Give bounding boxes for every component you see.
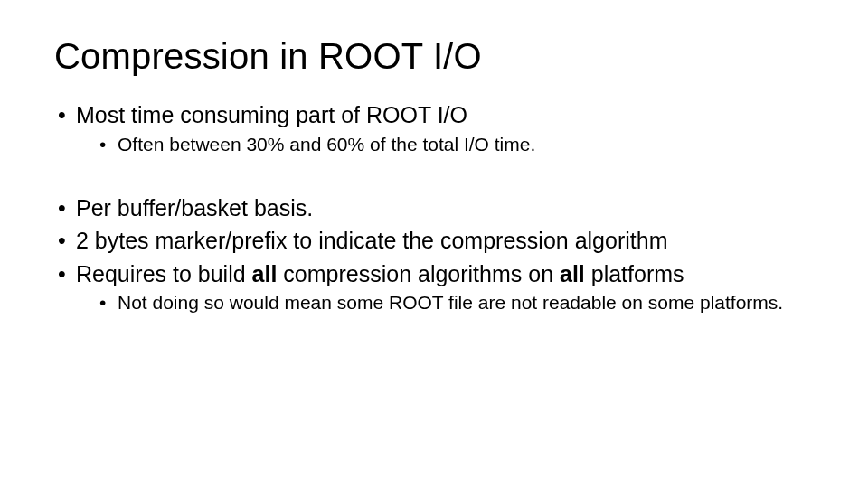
spacer <box>54 161 814 193</box>
bullet-item: Requires to build all compression algori… <box>54 259 814 316</box>
bullet-text: compression algorithms on <box>277 261 560 286</box>
sub-bullet-item: Often between 30% and 60% of the total I… <box>99 132 814 157</box>
slide: Compression in ROOT I/O Most time consum… <box>0 0 868 488</box>
bullet-text: platforms <box>585 261 684 286</box>
bullet-list: Per buffer/basket basis. 2 bytes marker/… <box>54 193 814 316</box>
bold-text: all <box>252 261 278 286</box>
bold-text: all <box>560 261 585 286</box>
bullet-text: 2 bytes marker/prefix to indicate the co… <box>76 228 667 253</box>
bullet-text: Per buffer/basket basis. <box>76 195 313 221</box>
slide-title: Compression in ROOT I/O <box>54 36 814 77</box>
bullet-item: Per buffer/basket basis. <box>54 193 814 223</box>
bullet-text: Most time consuming part of ROOT I/O <box>76 102 467 127</box>
sub-bullet-list: Often between 30% and 60% of the total I… <box>99 132 814 157</box>
bullet-item: Most time consuming part of ROOT I/O Oft… <box>54 100 814 157</box>
sub-bullet-item: Not doing so would mean some ROOT file a… <box>99 290 814 315</box>
bullet-text: Often between 30% and 60% of the total I… <box>118 134 535 155</box>
bullet-text: Not doing so would mean some ROOT file a… <box>118 292 783 313</box>
sub-bullet-list: Not doing so would mean some ROOT file a… <box>99 290 814 315</box>
bullet-list: Most time consuming part of ROOT I/O Oft… <box>54 100 814 157</box>
bullet-text: Requires to build <box>76 261 252 286</box>
bullet-item: 2 bytes marker/prefix to indicate the co… <box>54 226 814 256</box>
